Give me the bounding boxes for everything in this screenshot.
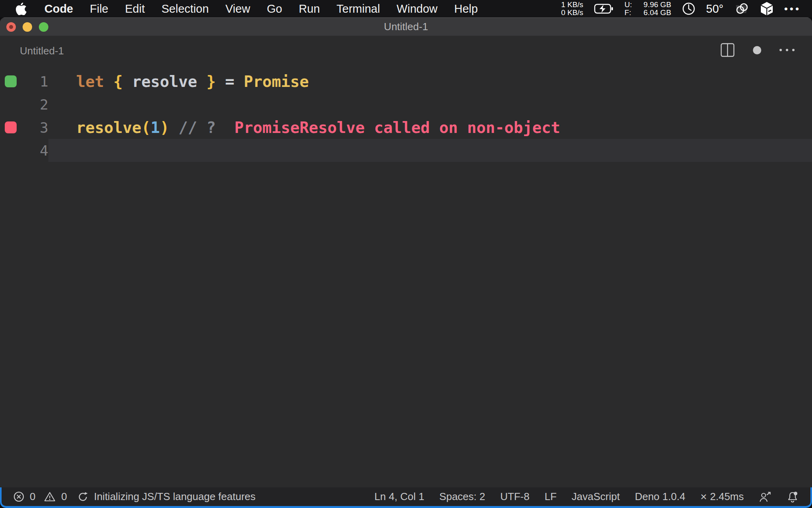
menu-item-view[interactable]: View xyxy=(217,2,259,15)
sync-spinner-icon xyxy=(77,491,88,502)
token-error: PromiseResolve called on non-object xyxy=(234,119,560,137)
close-icon: × xyxy=(700,491,707,502)
gutter: 2 xyxy=(0,93,48,116)
zoom-window-button[interactable] xyxy=(39,22,48,32)
token-number: 1 xyxy=(151,119,160,137)
execution-time-value: 2.45ms xyxy=(710,491,744,503)
memory-free-label: F: xyxy=(624,9,638,17)
traffic-lights xyxy=(6,18,48,36)
token-plain xyxy=(104,73,113,90)
apple-menu-icon[interactable] xyxy=(16,2,27,15)
window-title: Untitled-1 xyxy=(384,21,428,33)
open-file-title[interactable]: Untitled-1 xyxy=(20,36,64,66)
feedback-icon[interactable] xyxy=(759,491,772,503)
eol-setting[interactable]: LF xyxy=(544,491,556,503)
close-window-button[interactable] xyxy=(6,22,16,32)
token-brace: } xyxy=(207,73,216,90)
token-keyword: let xyxy=(76,73,104,90)
token-class: Promise xyxy=(244,73,309,90)
token-variable: resolve xyxy=(123,73,206,90)
temperature[interactable]: 50° xyxy=(706,2,724,15)
editor-actions xyxy=(720,36,795,64)
code-line-1[interactable]: 1let { resolve } = Promise xyxy=(0,70,812,93)
network-speed[interactable]: 1 KB/s 0 KB/s xyxy=(561,1,583,17)
execution-time[interactable]: × 2.45ms xyxy=(700,491,744,503)
runtime-version[interactable]: Deno 1.0.4 xyxy=(635,491,685,503)
code-content[interactable] xyxy=(48,93,812,116)
token-plain xyxy=(216,73,225,90)
errors-icon xyxy=(13,491,24,502)
menu-item-window[interactable]: Window xyxy=(388,2,446,15)
code-content[interactable] xyxy=(48,139,812,162)
warnings-icon xyxy=(44,491,56,502)
code-content[interactable]: let { resolve } = Promise xyxy=(48,70,812,93)
language-mode[interactable]: JavaScript xyxy=(572,491,620,503)
menu-item-go[interactable]: Go xyxy=(259,2,291,15)
token-brace: { xyxy=(113,73,123,90)
window-titlebar[interactable]: Untitled-1 xyxy=(0,17,812,36)
linked-rings-icon[interactable] xyxy=(734,2,749,15)
menu-item-code[interactable]: Code xyxy=(36,2,82,15)
indentation-setting[interactable]: Spaces: 2 xyxy=(439,491,485,503)
code-content[interactable]: resolve(1) // ? PromiseResolve called on… xyxy=(48,116,812,139)
status-message: Initializing JS/TS language features xyxy=(94,491,256,503)
line-number: 1 xyxy=(40,73,48,90)
token-fn: resolve xyxy=(76,119,141,137)
status-message-item[interactable]: Initializing JS/TS language features xyxy=(77,491,256,503)
statusbar-right: Ln 4, Col 1 Spaces: 2 UTF-8 LF JavaScrip… xyxy=(374,491,799,503)
code-editor[interactable]: 1let { resolve } = Promise23resolve(1) /… xyxy=(0,70,812,162)
menubar-overflow-icon[interactable]: ••• xyxy=(784,3,801,15)
memory-used-value: 9.96 GB xyxy=(643,1,671,9)
vscode-window: Untitled-1 Untitled-1 1let { resolve } =… xyxy=(0,17,812,508)
cursor-position[interactable]: Ln 4, Col 1 xyxy=(374,491,424,503)
line-number: 2 xyxy=(40,96,48,113)
gutter: 4 xyxy=(0,139,48,162)
gutter: 1 xyxy=(0,70,48,93)
code-line-2[interactable]: 2 xyxy=(0,93,812,116)
network-up: 1 KB/s xyxy=(561,1,583,9)
token-plain xyxy=(234,73,243,90)
token-operator: = xyxy=(225,73,234,90)
memory-free-value: 6.04 GB xyxy=(643,9,671,17)
error-count: 0 xyxy=(30,491,35,503)
problems-panel-toggle[interactable]: 0 0 xyxy=(13,491,67,503)
memory-usage[interactable]: U: 9.96 GB F: 6.04 GB xyxy=(624,1,671,17)
menu-item-help[interactable]: Help xyxy=(446,2,486,15)
code-line-3[interactable]: 3resolve(1) // ? PromiseResolve called o… xyxy=(0,116,812,139)
minimize-window-button[interactable] xyxy=(23,22,32,32)
editor-more-actions-icon[interactable] xyxy=(779,49,795,51)
token-comment: // ? xyxy=(178,119,216,137)
line-number: 4 xyxy=(40,142,48,159)
code-line-4[interactable]: 4 xyxy=(0,139,812,162)
network-down: 0 KB/s xyxy=(561,9,583,17)
macos-menubar: CodeFileEditSelectionViewGoRunTerminalWi… xyxy=(0,0,812,17)
cube-app-icon[interactable] xyxy=(760,2,774,16)
token-plain xyxy=(216,119,234,137)
coverage-marker-green xyxy=(5,75,17,87)
gutter: 3 xyxy=(0,116,48,139)
unsaved-changes-indicator[interactable] xyxy=(753,46,761,54)
token-brace: ( xyxy=(141,119,150,137)
menu-item-file[interactable]: File xyxy=(82,2,117,15)
menu-item-terminal[interactable]: Terminal xyxy=(328,2,389,15)
token-brace: ) xyxy=(160,119,169,137)
notifications-bell-icon[interactable] xyxy=(787,491,799,503)
menu-item-run[interactable]: Run xyxy=(291,2,328,15)
warning-count: 0 xyxy=(61,491,67,503)
file-encoding[interactable]: UTF-8 xyxy=(500,491,530,503)
battery-charging-icon[interactable] xyxy=(594,3,614,14)
editor-header: Untitled-1 xyxy=(0,36,812,64)
token-plain xyxy=(169,119,178,137)
menu-item-edit[interactable]: Edit xyxy=(117,2,153,15)
clock-icon[interactable] xyxy=(682,2,695,15)
split-editor-icon[interactable] xyxy=(720,43,735,57)
menubar-status-area: 1 KB/s 0 KB/s U: 9.96 GB F: 6.04 GB 50° xyxy=(561,1,801,17)
coverage-marker-red xyxy=(5,121,17,133)
menu-item-selection[interactable]: Selection xyxy=(153,2,217,15)
line-number: 3 xyxy=(40,119,48,136)
statusbar: 0 0 Initializing JS/TS language features… xyxy=(0,487,812,508)
memory-used-label: U: xyxy=(624,1,638,9)
